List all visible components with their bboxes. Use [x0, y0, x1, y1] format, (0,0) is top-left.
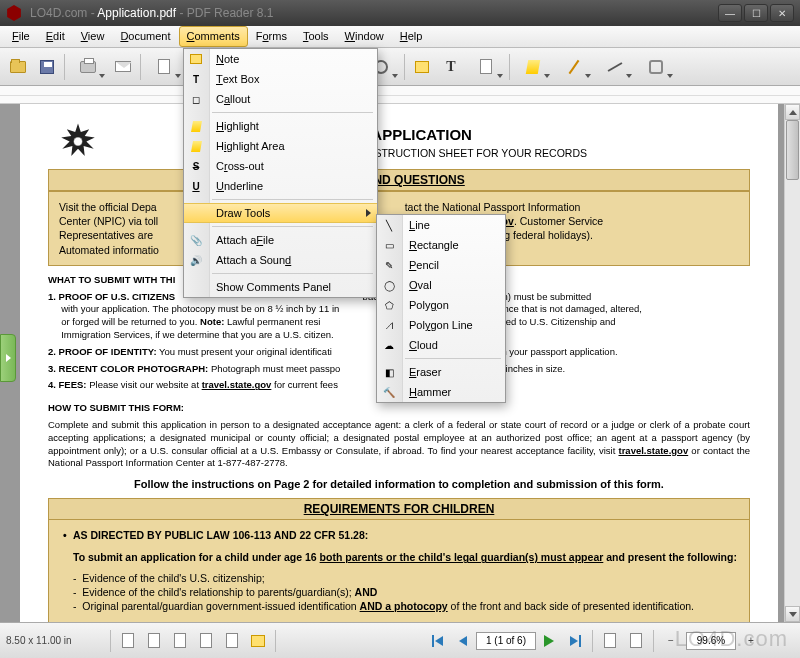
draw-rectangle[interactable]: ▭Rectangle: [377, 235, 505, 255]
title-appname: - PDF Reader 8.1: [176, 6, 273, 20]
menu-view[interactable]: View: [73, 26, 113, 47]
oval-icon: ◯: [381, 277, 397, 293]
draw-pencil[interactable]: ✎Pencil: [377, 255, 505, 275]
law-text: AS DIRECTED BY PUBLIC LAW 106-113 AND 22…: [59, 528, 739, 542]
menu-attach-sound[interactable]: 🔊Attach a Sound: [184, 250, 377, 270]
fit-width-button[interactable]: [624, 629, 648, 653]
mail-button[interactable]: [109, 53, 137, 81]
draw-cloud[interactable]: ☁Cloud: [377, 335, 505, 355]
blank-page-button[interactable]: [144, 53, 184, 81]
clip-icon: [200, 633, 212, 648]
eagle-seal-icon: [50, 118, 106, 174]
attach-button[interactable]: [466, 53, 506, 81]
menu-note[interactable]: Note: [184, 49, 377, 69]
section-header-1: TION AND QUESTIONS: [48, 169, 750, 191]
scroll-down-button[interactable]: [785, 606, 800, 622]
menu-document[interactable]: Document: [112, 26, 178, 47]
fit-page-button[interactable]: [598, 629, 622, 653]
draw-polygon-line[interactable]: ⩘Polygon Line: [377, 315, 505, 335]
next-page-button[interactable]: [537, 629, 561, 653]
info-box-2: AS DIRECTED BY PUBLIC LAW 106-113 AND 22…: [48, 520, 750, 622]
strikethrough-icon: S: [188, 158, 204, 174]
menu-attach-file[interactable]: 📎Attach a File: [184, 230, 377, 250]
follow-note: Follow the instructions on Page 2 for de…: [48, 478, 750, 490]
thumbs-view-button[interactable]: [116, 629, 140, 653]
scroll-thumb[interactable]: [786, 120, 799, 180]
menu-show-comments-panel[interactable]: Show Comments Panel: [184, 277, 377, 297]
menu-callout[interactable]: ◻Callout: [184, 89, 377, 109]
print-button[interactable]: [68, 53, 108, 81]
attach-icon: [480, 59, 492, 74]
menu-crossout[interactable]: SCross-out: [184, 156, 377, 176]
scroll-up-button[interactable]: [785, 104, 800, 120]
menu-highlight[interactable]: Highlight: [184, 116, 377, 136]
minimize-button[interactable]: —: [718, 4, 742, 22]
comments-panel-button[interactable]: [246, 629, 270, 653]
hammer-icon: 🔨: [381, 384, 397, 400]
signatures-button[interactable]: [220, 629, 244, 653]
menu-tools[interactable]: Tools: [295, 26, 337, 47]
toolbar-sep: [64, 54, 65, 80]
title-prefix: LO4D.com -: [30, 6, 97, 20]
bookmarks-button[interactable]: [142, 629, 166, 653]
note-icon: [415, 61, 429, 73]
page-number-input[interactable]: [476, 632, 536, 650]
underline-icon: U: [188, 178, 204, 194]
zoom-input[interactable]: [686, 632, 736, 650]
close-button[interactable]: ✕: [770, 4, 794, 22]
first-page-button[interactable]: [425, 629, 449, 653]
zoom-in-button[interactable]: +: [739, 629, 763, 653]
save-button[interactable]: [33, 53, 61, 81]
svg-point-0: [74, 137, 83, 146]
last-page-button[interactable]: [563, 629, 587, 653]
open-button[interactable]: [4, 53, 32, 81]
menu-highlight-area[interactable]: Highlight Area: [184, 136, 377, 156]
menu-window[interactable]: Window: [337, 26, 392, 47]
window-title: LO4D.com - Application.pdf - PDF Reader …: [30, 6, 718, 20]
menu-file[interactable]: File: [4, 26, 38, 47]
note-icon: [251, 635, 265, 647]
section-header-2: REQUIREMENTS FOR CHILDREN: [48, 498, 750, 520]
comments-dropdown: Note TText Box ◻Callout Highlight Highli…: [183, 48, 378, 298]
menu-comments[interactable]: Comments: [179, 26, 248, 47]
attachments-button[interactable]: [194, 629, 218, 653]
menu-forms[interactable]: Forms: [248, 26, 295, 47]
highlighter-icon: [526, 60, 540, 74]
menu-help[interactable]: Help: [392, 26, 431, 47]
note-button[interactable]: [408, 53, 436, 81]
highlight-button[interactable]: [513, 53, 553, 81]
zoom-out-button[interactable]: −: [659, 629, 683, 653]
line-button[interactable]: [595, 53, 635, 81]
draw-line[interactable]: ╲Line: [377, 215, 505, 235]
layers-button[interactable]: [168, 629, 192, 653]
note-icon: [188, 51, 204, 67]
menu-edit[interactable]: Edit: [38, 26, 73, 47]
chevron-down-icon: [626, 74, 632, 78]
line-icon: [608, 62, 623, 72]
app-icon: [6, 5, 22, 21]
menu-draw-tools[interactable]: Draw Tools: [184, 203, 377, 223]
prev-page-button[interactable]: [451, 629, 475, 653]
maximize-button[interactable]: ☐: [744, 4, 768, 22]
first-icon: [432, 635, 443, 647]
draw-eraser[interactable]: ◧Eraser: [377, 362, 505, 382]
window-controls: — ☐ ✕: [718, 4, 794, 22]
pencil-button[interactable]: [554, 53, 594, 81]
stamp-button[interactable]: [636, 53, 676, 81]
highlighter-icon: [188, 118, 204, 134]
vertical-scrollbar[interactable]: [784, 104, 800, 622]
draw-polygon[interactable]: ⬠Polygon: [377, 295, 505, 315]
status-bar: 8.50 x 11.00 in − +: [0, 622, 800, 658]
menu-underline[interactable]: UUnderline: [184, 176, 377, 196]
menu-textbox[interactable]: TText Box: [184, 69, 377, 89]
draw-oval[interactable]: ◯Oval: [377, 275, 505, 295]
polyline-icon: ⩘: [381, 317, 397, 333]
sidebar-expand-tab[interactable]: [0, 334, 16, 382]
polygon-icon: ⬠: [381, 297, 397, 313]
page-dimensions: 8.50 x 11.00 in: [6, 635, 106, 646]
text-button[interactable]: T: [437, 53, 465, 81]
doc-title: PORT APPLICATION: [48, 126, 750, 143]
draw-hammer[interactable]: 🔨Hammer: [377, 382, 505, 402]
chevron-down-icon: [544, 74, 550, 78]
draw-tools-submenu: ╲Line ▭Rectangle ✎Pencil ◯Oval ⬠Polygon …: [376, 214, 506, 403]
